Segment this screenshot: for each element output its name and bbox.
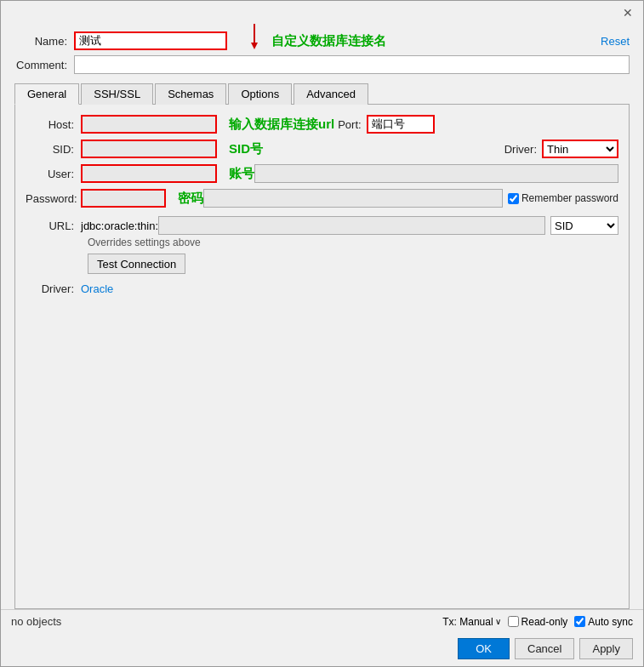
autosync-label: Auto sync <box>588 616 633 628</box>
driver-label: Driver: <box>504 143 542 156</box>
user-extend-input[interactable] <box>254 164 618 183</box>
driver-group: Driver: Thin OCI <box>504 140 618 158</box>
sid-driver-row: SID: SID号 Driver: Thin OCI <box>26 140 618 158</box>
host-row: Host: 输入数据库连接url Port: <box>26 115 618 134</box>
remember-label-text: Remember password <box>521 192 618 204</box>
password-row: Password: 密码 Remember password <box>26 189 618 208</box>
tab-options[interactable]: Options <box>228 83 292 105</box>
comment-label: Comment: <box>14 59 74 71</box>
url-section: URL: jdbc:oracle:thin: SID Service Name … <box>26 216 618 274</box>
host-input[interactable] <box>81 115 217 134</box>
driver-link-row: Driver: Oracle <box>26 282 618 295</box>
password-input[interactable] <box>81 189 166 208</box>
autosync-check-label: Auto sync <box>574 616 633 628</box>
apply-button[interactable]: Apply <box>579 638 633 659</box>
readonly-checkbox[interactable] <box>508 616 519 627</box>
url-type-select[interactable]: SID Service Name <box>550 216 618 235</box>
name-label: Name: <box>14 35 74 48</box>
port-input[interactable] <box>367 115 435 134</box>
tabs-bar: General SSH/SSL Schemas Options Advanced <box>14 83 630 105</box>
driver-select[interactable]: Thin OCI <box>542 140 618 158</box>
overrides-text: Overrides settings above <box>88 237 618 248</box>
comment-row: Comment: <box>14 55 630 74</box>
tx-label: Tx: Manual <box>442 616 493 628</box>
url-row: URL: jdbc:oracle:thin: SID Service Name <box>26 216 618 235</box>
driver-row-label: Driver: <box>26 282 81 295</box>
action-buttons: OK Cancel Apply <box>1 633 643 666</box>
remember-password-checkbox[interactable] <box>508 193 519 204</box>
driver-value-link[interactable]: Oracle <box>81 282 113 295</box>
cancel-button[interactable]: Cancel <box>515 638 574 659</box>
bottom-right: Tx: Manual ∨ Read-only Auto sync <box>442 616 633 628</box>
name-input[interactable] <box>74 31 227 50</box>
url-label: URL: <box>26 219 81 232</box>
url-prefix: jdbc:oracle:thin: <box>81 219 158 232</box>
port-label: Port: <box>338 118 366 131</box>
ok-button[interactable]: OK <box>458 638 510 659</box>
main-window: ✕ Name: 自定义数据库连接名 Reset Comment: General… <box>0 0 644 667</box>
user-row: User: 账号 <box>26 164 618 183</box>
close-button[interactable]: ✕ <box>618 4 638 21</box>
tab-content-general: Host: 输入数据库连接url Port: SID: SID号 Dr <box>14 105 630 609</box>
svg-marker-1 <box>251 43 258 49</box>
autosync-checkbox[interactable] <box>574 616 585 627</box>
sid-label: SID: <box>26 143 81 156</box>
url-value-input[interactable] <box>158 216 545 235</box>
comment-input[interactable] <box>74 55 630 74</box>
annotation-password: 密码 <box>178 191 203 207</box>
user-input[interactable] <box>81 164 217 183</box>
url-input-group: jdbc:oracle:thin: <box>81 216 550 235</box>
annotation-user: 账号 <box>229 166 254 182</box>
content-area: Name: 自定义数据库连接名 Reset Comment: General S… <box>1 25 643 609</box>
readonly-check-label: Read-only <box>508 616 568 628</box>
reset-link[interactable]: Reset <box>601 35 630 48</box>
user-label: User: <box>26 168 81 180</box>
host-label: Host: <box>26 118 81 131</box>
password-extend-input[interactable] <box>203 189 503 208</box>
password-label: Password: <box>26 192 81 205</box>
annotation-host: 输入数据库连接url <box>229 117 334 133</box>
name-row: Name: 自定义数据库连接名 Reset <box>14 31 630 50</box>
test-connection-button[interactable]: Test Connection <box>88 254 185 274</box>
annotation-name: 自定义数据库连接名 <box>271 33 386 49</box>
tab-sshssl[interactable]: SSH/SSL <box>81 83 153 105</box>
bottom-bar: no objects Tx: Manual ∨ Read-only Auto s… <box>1 609 643 633</box>
tab-general[interactable]: General <box>14 83 79 105</box>
tab-schemas[interactable]: Schemas <box>155 83 226 105</box>
remember-password-label: Remember password <box>508 192 618 204</box>
readonly-label: Read-only <box>521 616 568 628</box>
sid-input[interactable] <box>81 140 217 158</box>
tx-manual: Tx: Manual ∨ <box>442 616 500 628</box>
tx-chevron-icon[interactable]: ∨ <box>495 617 501 626</box>
annotation-sid: SID号 <box>229 141 263 157</box>
tab-advanced[interactable]: Advanced <box>294 83 368 105</box>
no-objects-text: no objects <box>11 615 61 628</box>
port-driver-group: Port: <box>338 115 441 134</box>
title-bar: ✕ <box>1 1 643 25</box>
